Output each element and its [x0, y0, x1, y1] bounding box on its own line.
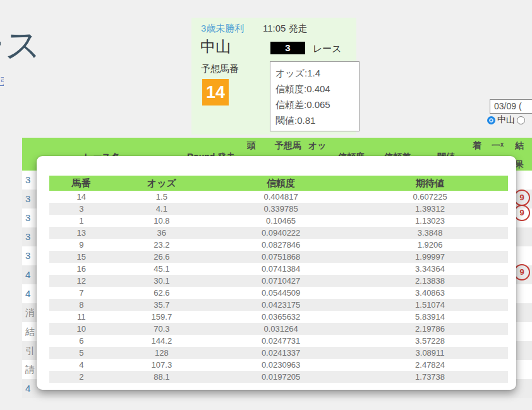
odds-table-row: 11159.70.03656325.83914 [49, 311, 508, 323]
cell-umaban: 9 [49, 239, 114, 251]
cell-confidence: 0.0241337 [210, 347, 352, 359]
cell-odds: 10.8 [114, 215, 210, 227]
cell-expected: 3.08911 [352, 347, 508, 359]
cell-odds: 36 [114, 227, 210, 239]
odds-table-row: 110.80.104651.13023 [49, 215, 508, 227]
results-col-header: オッ [308, 140, 327, 152]
row-label-fragment: 請 [25, 364, 35, 375]
race-round-link[interactable]: 3 [25, 231, 30, 242]
cell-expected: 2.19786 [352, 323, 508, 335]
odds-table-row: 51280.02413373.08911 [49, 347, 508, 359]
odds-table-row: 923.20.08278461.9206 [49, 239, 508, 251]
cell-expected: 3.57228 [352, 335, 508, 347]
race-round-link[interactable]: 4 [25, 269, 30, 280]
col-header-expected: 期待値 [352, 176, 508, 191]
cell-confidence: 0.0710427 [210, 275, 352, 287]
cell-expected: 1.51074 [352, 299, 508, 311]
cell-umaban: 5 [49, 347, 114, 359]
cell-umaban: 7 [49, 287, 114, 299]
race-round-link[interactable]: 3 [25, 212, 30, 223]
cell-odds: 1.5 [114, 191, 210, 203]
cell-umaban: 4 [49, 359, 114, 371]
cell-expected: 3.3848 [352, 227, 508, 239]
cell-odds: 35.7 [114, 299, 210, 311]
results-col-header: 頭 [247, 140, 256, 152]
cell-confidence: 0.031264 [210, 323, 352, 335]
cell-confidence: 0.10465 [210, 215, 352, 227]
cell-odds: 107.3 [114, 359, 210, 371]
odds-table-row: 762.60.05445093.40863 [49, 287, 508, 299]
cell-confidence: 0.0940222 [210, 227, 352, 239]
venue-radio-group: 中山 [487, 114, 525, 126]
cell-umaban: 12 [49, 275, 114, 287]
cell-expected: 2.13838 [352, 275, 508, 287]
race-round-link[interactable]: 3 [25, 250, 30, 261]
date-select[interactable]: 03/09 ( [490, 99, 532, 114]
cell-expected: 2.47824 [352, 359, 508, 371]
results-col-header: 着 [473, 140, 481, 152]
cell-expected: 1.13023 [352, 215, 508, 227]
cell-expected: 1.9206 [352, 239, 508, 251]
odds-popup: 馬番 オッズ 信頼度 期待値 141.50.4048170.60722534.1… [37, 156, 516, 390]
cell-odds: 30.1 [114, 275, 210, 287]
odds-table-row: 288.10.01972051.73738 [49, 371, 508, 383]
col-header-odds: オッズ [114, 176, 210, 191]
radio-venue-selected-icon[interactable] [487, 116, 495, 124]
cell-umaban: 3 [49, 203, 114, 215]
race-class-link[interactable]: 3歳未勝利 [201, 23, 244, 35]
cell-odds: 159.7 [114, 311, 210, 323]
race-number-badge: 3 [270, 42, 305, 54]
cell-confidence: 0.0751868 [210, 251, 352, 263]
cell-umaban: 8 [49, 299, 114, 311]
cell-umaban: 10 [49, 323, 114, 335]
cell-confidence: 0.0365632 [210, 311, 352, 323]
cell-umaban: 15 [49, 251, 114, 263]
race-info-panel: 3歳未勝利 11:05 発走 中山 3 レース 予想馬番 14 オッズ:1.4 … [191, 18, 356, 135]
cell-expected: 1.39312 [352, 203, 508, 215]
stat-confidence-diff: 信頼差:0.065 [275, 97, 359, 112]
odds-table-row: 6144.20.02477313.57228 [49, 335, 508, 347]
cell-umaban: 2 [49, 371, 114, 383]
odds-table-row: 1526.60.07518681.99997 [49, 251, 508, 263]
race-round-link[interactable]: 3 [25, 174, 30, 185]
cell-umaban: 14 [49, 191, 114, 203]
odds-table-row: 141.50.4048170.607225 [49, 191, 508, 203]
odds-table-row: 34.10.3397851.39312 [49, 203, 508, 215]
results-col-header: 一ˣ [492, 140, 504, 152]
odds-table-row: 1070.30.0312642.19786 [49, 323, 508, 335]
cell-expected: 3.34364 [352, 263, 508, 275]
cell-umaban: 16 [49, 263, 114, 275]
odds-table: 馬番 オッズ 信頼度 期待値 141.50.4048170.60722534.1… [49, 176, 508, 383]
cell-confidence: 0.0423175 [210, 299, 352, 311]
row-label-fragment: 消 [25, 307, 35, 318]
stat-odds: オッズ:1.4 [275, 65, 359, 81]
cell-confidence: 0.0197205 [210, 371, 352, 383]
cell-odds: 62.6 [114, 287, 210, 299]
race-round-link[interactable]: 4 [25, 288, 30, 299]
cell-confidence: 0.0741384 [210, 263, 352, 275]
cell-umaban: 1 [49, 215, 114, 227]
page-title-fragment: ース [0, 21, 42, 69]
odds-table-row: 1230.10.07104272.13838 [49, 275, 508, 287]
cell-odds: 128 [114, 347, 210, 359]
cell-confidence: 0.0247731 [210, 335, 352, 347]
radio-venue-label: 中山 [497, 114, 515, 126]
race-unit-label: レース [313, 43, 342, 55]
cell-expected: 3.40863 [352, 287, 508, 299]
radio-other-venue-icon[interactable] [517, 116, 525, 124]
col-header-confidence: 信頼度 [210, 176, 352, 191]
race-round-link[interactable]: 3 [25, 193, 30, 204]
cell-umaban: 11 [49, 311, 114, 323]
odds-table-row: 835.70.04231751.51074 [49, 299, 508, 311]
cell-odds: 144.2 [114, 335, 210, 347]
cropped-link-fragment[interactable]: 引 [0, 76, 4, 86]
cell-odds: 45.1 [114, 263, 210, 275]
results-col-header: 予想馬 [275, 140, 301, 152]
cell-confidence: 0.339785 [210, 203, 352, 215]
race-round-link[interactable]: 4 [25, 383, 30, 394]
cell-expected: 1.99997 [352, 251, 508, 263]
row-label-fragment: 引 [25, 345, 35, 356]
odds-table-row: 13360.09402223.3848 [49, 227, 508, 239]
cell-odds: 26.6 [114, 251, 210, 263]
cell-expected: 1.73738 [352, 371, 508, 383]
